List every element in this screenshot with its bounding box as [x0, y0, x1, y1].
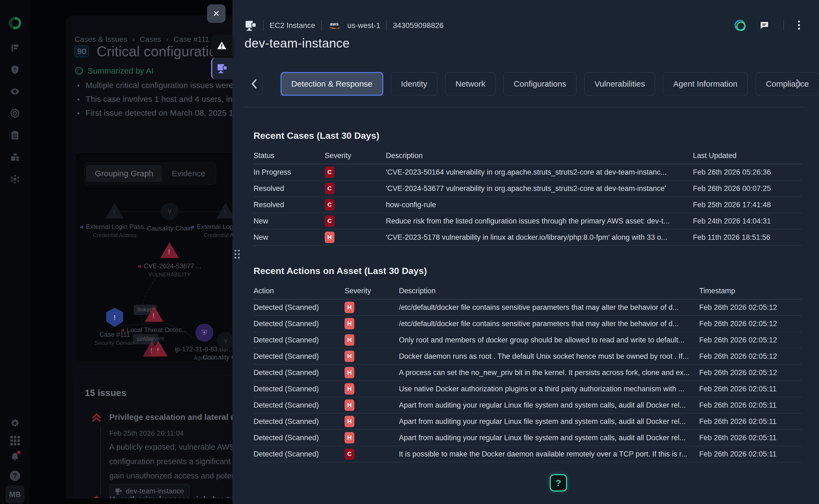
brand-logo-icon[interactable] [9, 17, 21, 29]
asset-title: dev-team-instance [244, 36, 350, 51]
ai-radar-icon[interactable] [735, 20, 745, 31]
sidebar-item-risks[interactable] [9, 64, 21, 76]
severity-badge: C [325, 183, 334, 194]
cell-status: New [253, 233, 325, 242]
column-header: Description [386, 152, 693, 160]
sidebar-item-dashboard[interactable] [9, 42, 21, 54]
cell-action: Detected (Scanned) [253, 450, 344, 458]
sidebar-item-visibility[interactable] [9, 86, 21, 97]
severity-badge: H [344, 367, 354, 378]
tab-configurations[interactable]: Configurations [503, 72, 576, 96]
tab-identity[interactable]: Identity [391, 72, 438, 96]
sidebar-item-settings[interactable] [9, 417, 21, 429]
breadcrumb-case-111[interactable]: Case #111 [174, 35, 209, 44]
aws-logo-icon: aws [328, 21, 341, 30]
severity-chevrons-icon: « [138, 262, 141, 270]
table-row[interactable]: In ProgressC'CVE-2023-50164 vulnerabilit… [253, 164, 802, 181]
graph-node-issues-group[interactable]: Issues (4) [119, 341, 189, 362]
table-row[interactable]: Detected (Scanned)HUse native Docker aut… [253, 381, 802, 397]
tabs-scroll-right-button[interactable] [793, 77, 805, 91]
table-row[interactable]: NewCReduce risk from the listed configur… [253, 213, 802, 229]
table-row[interactable]: Detected (Scanned)HApart from auditing y… [253, 430, 802, 446]
case-title: Critical configuration [96, 43, 224, 59]
tab-grouping-graph[interactable]: Grouping Graph [86, 165, 162, 182]
column-header: Last Updated [693, 152, 802, 160]
tab-compliance[interactable]: Compliance [755, 72, 819, 96]
cell-timestamp: Feb 26th 2026 02:05:11 [699, 385, 802, 393]
alert-triangle-icon [143, 341, 161, 357]
target-icon [10, 108, 20, 118]
table-row[interactable]: ResolvedChow-config-ruleFeb 25th 2026 17… [253, 197, 802, 213]
chat-icon[interactable] [760, 20, 769, 30]
issues-count: 15 issues [85, 388, 126, 398]
help-icon: ? [10, 471, 20, 481]
sidebar-item-detection[interactable] [9, 107, 21, 119]
sidebar-item-help[interactable]: ? [9, 470, 21, 482]
monitor-icon [115, 487, 123, 495]
tab-network[interactable]: Network [445, 72, 496, 96]
cell-severity: C [344, 448, 399, 460]
sidebar-item-notifications[interactable] [9, 451, 21, 463]
cell-description: Docker daemon runs as root . The default… [399, 352, 699, 361]
cell-description: 'CVE-2023-50164 vulnerability in org.apa… [386, 168, 693, 177]
kebab-menu-icon[interactable] [798, 19, 800, 31]
graph-view-switcher: Grouping Graph Evidence [84, 162, 216, 185]
cell-description: 'CVE-2024-53677 vulnerability in org.apa… [386, 184, 693, 193]
breadcrumb-cases[interactable]: Cases [140, 35, 161, 44]
breadcrumb-cases-issues[interactable]: Cases & Issues [74, 35, 127, 44]
tab-evidence[interactable]: Evidence [163, 165, 214, 182]
tab-agent-information[interactable]: Agent Information [663, 72, 748, 96]
alert-triangle-icon [145, 306, 163, 322]
table-row[interactable]: Detected (Scanned)HDocker daemon runs as… [253, 348, 802, 365]
sidebar-item-inventory[interactable] [9, 151, 21, 163]
cell-severity: H [344, 318, 399, 329]
user-avatar[interactable]: MB [5, 486, 24, 503]
table-row[interactable]: NewH'CVE-2023-5178 vulnerability in linu… [253, 229, 802, 246]
asset-drawer: EC2 Instance aws us-west-1 343059098826 … [232, 0, 819, 504]
tab-detection-response[interactable]: Detection & Response [281, 72, 383, 96]
recent-actions-body: Detected (Scanned)H/etc/default/docker f… [253, 300, 802, 462]
severity-badge: H [344, 302, 354, 313]
cell-severity: H [344, 399, 399, 411]
table-row[interactable]: Detected (Scanned)H/etc/default/docker f… [253, 316, 802, 332]
help-button[interactable]: ? [550, 474, 567, 492]
table-row[interactable]: Detected (Scanned)HApart from auditing y… [253, 414, 802, 430]
column-header: Status [253, 152, 325, 160]
sidebar-item-integrations[interactable] [9, 173, 21, 185]
issue-thread-line [100, 427, 101, 495]
sidebar-item-apps[interactable] [9, 434, 21, 446]
tab-vulnerabilities[interactable]: Vulnerabilities [584, 72, 655, 96]
severity-chevrons-icon [90, 494, 102, 498]
case-page-background: Cases & Issues › Cases › Case #111 90 Cr… [30, 0, 236, 504]
svg-text:aws: aws [330, 21, 338, 27]
severity-badge: H [344, 318, 354, 329]
table-row[interactable]: ResolvedC'CVE-2024-53677 vulnerability i… [253, 181, 802, 197]
table-row[interactable]: Detected (Scanned)HOnly root and members… [253, 332, 802, 348]
cell-action: Detected (Scanned) [253, 368, 344, 377]
gear-icon [10, 418, 20, 428]
bell-icon [10, 452, 20, 463]
sidebar-item-compliance[interactable] [9, 129, 21, 141]
asset-rail-button[interactable] [211, 58, 232, 79]
alerts-rail-button[interactable] [211, 35, 232, 56]
breadcrumb-separator: › [132, 35, 135, 44]
table-row[interactable]: Detected (Scanned)HA process can set the… [253, 365, 802, 381]
table-row[interactable]: Detected (Scanned)H/etc/default/docker f… [253, 300, 802, 316]
monitor-icon [216, 63, 228, 74]
graph-node-cve[interactable]: «CVE-2024-53677 ... VULNERABILITY [134, 242, 205, 278]
cell-updated: Feb 26th 2026 05:26:36 [693, 168, 802, 177]
cell-description: It is possible to make the Docker daemon… [399, 450, 699, 458]
breadcrumb-separator: › [166, 35, 168, 44]
table-row[interactable]: Detected (Scanned)HApart from auditing y… [253, 397, 802, 414]
column-header: Severity [344, 287, 399, 295]
cell-severity: H [344, 367, 399, 378]
close-drawer-button[interactable]: ✕ [207, 4, 225, 23]
cell-timestamp: Feb 26th 2026 02:05:12 [699, 368, 802, 377]
cell-status: Resolved [253, 184, 325, 193]
table-row[interactable]: Detected (Scanned)CIt is possible to mak… [253, 446, 802, 462]
cell-updated: Feb 11th 2026 18:51:56 [693, 233, 802, 242]
drawer-resize-handle[interactable] [234, 250, 240, 259]
cell-status: In Progress [253, 168, 325, 177]
column-header: Action [253, 287, 344, 295]
severity-badge: H [325, 232, 334, 243]
